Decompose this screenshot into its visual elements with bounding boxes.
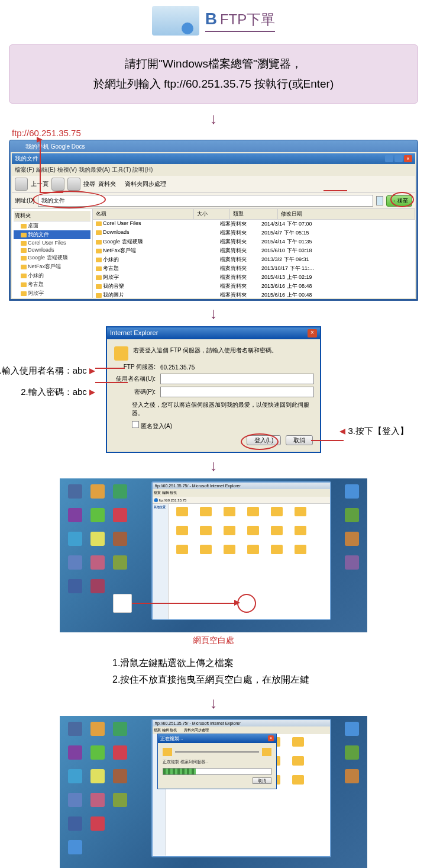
intro-box: 請打開"Windows檔案總管"瀏覽器， 於網址列輸入 ftp://60.251… <box>9 44 418 104</box>
step3-instructions: 1.滑鼠左鍵點選欲上傳之檔案 2.按住不放直接拖曳至網頁空白處，在放開左鍵 <box>6 646 421 690</box>
file-row[interactable]: Corel User Files檔案資料夾2014/3/14 下午 07:00 <box>93 220 415 229</box>
desktop-drag-screenshot: ftp://60.251.35.75/ - Microsoft Internet… <box>60 478 367 632</box>
search-icon[interactable]: 搜尋 <box>83 180 95 188</box>
file-row[interactable]: 我的音樂檔案資料夾2013/6/16 上午 08:48 <box>93 282 415 291</box>
file-area: 資料夾 桌面我的文件Corel User FilesDownloadsGoogl… <box>12 209 415 298</box>
file-row[interactable]: 考古題檔案資料夾2013/10/17 下午 11:… <box>93 264 415 273</box>
login-message: 若要登入這個 FTP 伺服器，請輸入使用者名稱和密碼。 <box>133 346 277 361</box>
section-letter: B <box>205 9 217 28</box>
red-arrow-line <box>40 192 63 193</box>
arrow-down-icon: ↓ <box>6 456 421 475</box>
up-button[interactable] <box>67 178 80 191</box>
drag-arrow-head <box>234 600 240 606</box>
tree-item[interactable]: 我的文件 <box>14 230 90 239</box>
explorer-window: 我的手机 Google Docs 我的文件 × 檔案(F) 編輯(E) 檢視(V… <box>9 140 418 301</box>
file-row[interactable]: Downloads檔案資料夾2015/4/7 下午 05:15 <box>93 229 415 237</box>
address-label: 網址(D) <box>15 197 35 205</box>
login-annotations-left: 1.輸入使用者名稱：abc 2.輸入密碼：abc <box>0 360 95 403</box>
window-titlebar: 我的文件 × <box>12 153 415 164</box>
login-body: 若要登入這個 FTP 伺服器，請輸入使用者名稱和密碼。 FTP 伺服器: 60.… <box>107 339 320 452</box>
file-row[interactable]: NetFax客戶端檔案資料夾2015/6/10 下午 03:18 <box>93 246 415 255</box>
explorer-screenshot: ftp://60.251.35.75 按執行(或Enter) 我的手机 Goog… <box>9 140 418 301</box>
server-value: 60.251.35.75 <box>160 364 313 371</box>
close-icon[interactable]: × <box>308 329 317 337</box>
source-file-icon[interactable] <box>113 594 132 613</box>
dropdown-icon[interactable] <box>376 196 383 205</box>
login-buttons: 登入(L) 取消 <box>114 436 313 445</box>
cancel-button[interactable]: 取消 <box>286 435 313 445</box>
file-row[interactable]: 阿欣宇檔案資料夾2015/4/13 上午 02:19 <box>93 273 415 282</box>
red-arrow-line <box>324 190 347 191</box>
url-annotation: ftp://60.251.35.75 <box>12 128 81 138</box>
ftp-window-icon <box>152 6 199 36</box>
file-row[interactable]: Google 雲端硬碟檔案資料夾2015/4/14 下午 01:35 <box>93 237 415 246</box>
login-titlebar: Internet Explorer × <box>107 327 320 339</box>
password-input[interactable] <box>160 387 314 397</box>
tree-item[interactable]: Google 雲端硬碟 <box>14 253 90 262</box>
browser-title: ftp://60.251.35.75/ - Microsoft Internet… <box>153 483 330 489</box>
address-bar: 網址(D) 我的文件 → 移至 <box>12 193 415 209</box>
tree-item[interactable]: NetFax客戶端 <box>14 262 90 271</box>
header: BFTP下單 <box>6 6 421 36</box>
anon-checkbox[interactable] <box>132 421 139 428</box>
login-btn-circle <box>241 433 279 450</box>
login-annotations-right: 3.按下【登入】 <box>339 426 409 437</box>
username-input[interactable] <box>160 374 314 384</box>
copy-title: 正在複製... <box>160 735 183 742</box>
key-icon <box>114 346 128 361</box>
red-arrow-head <box>37 137 43 143</box>
section-name: FTP下單 <box>220 11 275 27</box>
login-section: Internet Explorer × 若要登入這個 FTP 伺服器，請輸入使用… <box>6 326 421 453</box>
arrow-down-icon: ↓ <box>6 110 421 128</box>
arrow-down-icon: ↓ <box>6 694 421 712</box>
desktop-copy-screenshot: ftp://60.251.35.75/ - Microsoft Internet… <box>60 716 367 868</box>
folder-tree[interactable]: 資料夾 桌面我的文件Corel User FilesDownloadsGoogl… <box>12 209 93 298</box>
arrow-down-icon: ↓ <box>6 304 421 323</box>
file-row[interactable]: 我的圖片檔案資料夾2015/6/16 上午 00:48 <box>93 291 415 298</box>
copy-cancel-btn[interactable]: 取消 <box>253 777 271 784</box>
file-row[interactable]: 小妹的檔案資料夾2013/3/2 下午 09:31 <box>93 255 415 264</box>
tree-item[interactable]: Downloads <box>14 246 90 253</box>
intro-line2: 於網址列輸入 ftp://60.251.35.75 按執行(或Enter) <box>21 74 406 94</box>
tree-item[interactable]: 阿欣宇 <box>14 289 90 298</box>
columns: 名稱 大小 類型 修改日期 <box>93 209 415 220</box>
back-button[interactable] <box>15 178 28 191</box>
outer-tabs: 我的手机 Google Docs <box>11 142 416 152</box>
tree-item[interactable]: 考古題 <box>14 280 90 289</box>
intro-line1: 請打開"Windows檔案總管"瀏覽器， <box>21 54 406 74</box>
file-list[interactable]: 名稱 大小 類型 修改日期 Corel User Files檔案資料夾2014/… <box>93 209 415 298</box>
tree-item[interactable]: Corel User Files <box>14 239 90 246</box>
login-hint: 登入之後，您可以將這個伺服器加到我的最愛，以便快速回到此伺服器。 <box>132 401 313 417</box>
tree-item[interactable]: 小妹的 <box>14 271 90 280</box>
folders-icon[interactable]: 資料夾 <box>98 180 116 188</box>
drag-arrow-line <box>132 603 238 604</box>
copying-dialog: 正在複製... × 正在複製 檔案到伺服器... 取消 <box>157 734 277 789</box>
header-title: BFTP下單 <box>205 9 276 32</box>
blank-area-label: 網頁空白處 <box>6 635 421 646</box>
inner-window: 我的文件 × 檔案(F) 編輯(E) 檢視(V) 我的最愛(A) 工具(T) 說… <box>11 152 416 299</box>
anon-label: 匿名登入(A) <box>141 423 172 429</box>
red-arrow-line <box>40 139 41 192</box>
menu-bar[interactable]: 檔案(F) 編輯(E) 檢視(V) 我的最愛(A) 工具(T) 說明(H) <box>12 164 415 176</box>
login-dialog: Internet Explorer × 若要登入這個 FTP 伺服器，請輸入使用… <box>106 326 321 453</box>
forward-button[interactable] <box>51 178 64 191</box>
tree-item[interactable]: 桌面 <box>14 221 90 230</box>
browser-sidebar: 其他位置 <box>153 504 169 619</box>
sync-btn[interactable]: 資料夾同步處理 <box>125 180 166 188</box>
